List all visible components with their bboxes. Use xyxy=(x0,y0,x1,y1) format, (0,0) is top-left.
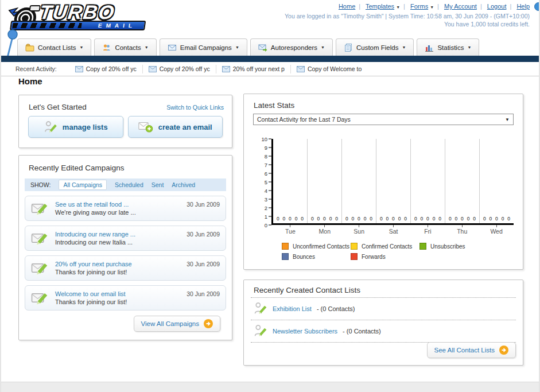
nav-logout-link[interactable]: Logout xyxy=(487,3,507,10)
chart-plot-area: 00000000000000000000000000000000000 xyxy=(271,139,514,225)
recent-activity-item[interactable]: Copy of 20% off yc xyxy=(69,65,143,73)
chart-x-labels: TueMonSunSatFriThuWed xyxy=(273,225,514,235)
legend-item: Forwards xyxy=(351,253,419,260)
person-pencil-icon xyxy=(254,324,267,339)
bar-value-label: 0 xyxy=(317,216,320,222)
legend-label: Unsubscribes xyxy=(430,243,465,250)
x-axis-label: Mon xyxy=(308,225,342,235)
help-bubble-icon[interactable] xyxy=(534,2,540,11)
nav-forms-link[interactable]: Forms▼ xyxy=(410,3,434,10)
y-tick: 0 xyxy=(265,222,271,228)
bar-value-label: 0 xyxy=(467,216,470,222)
contact-list-name-link[interactable]: Newsletter Subscribers xyxy=(273,328,337,335)
campaign-title-link[interactable]: Welcome to our email list xyxy=(55,290,126,297)
nav-home-link[interactable]: Home xyxy=(339,3,355,10)
bar-value-label: 0 xyxy=(364,216,367,222)
legend-swatch xyxy=(282,243,289,250)
login-line1: You are logged in as "Timothy Smith" | S… xyxy=(285,12,530,20)
bar-value-label: 0 xyxy=(426,216,429,222)
legend-label: Bounces xyxy=(293,254,315,260)
legend-label: Forwards xyxy=(362,254,386,260)
chart-day-group: 00000 xyxy=(307,139,341,223)
bar-value-label: 0 xyxy=(404,216,407,222)
contact-list-item[interactable]: Newsletter Subscribers - (0 Contacts) xyxy=(251,320,516,342)
get-started-title: Let's Get Started xyxy=(29,103,87,111)
page-footer xyxy=(1,382,539,392)
campaign-title-link[interactable]: 20% off your next purchase xyxy=(55,261,132,267)
nav-help-link[interactable]: Help xyxy=(516,3,530,10)
nav-templates-link[interactable]: Templates▼ xyxy=(366,3,400,10)
bar-value-label: 0 xyxy=(345,216,348,222)
filter-scheduled[interactable]: Scheduled xyxy=(115,181,143,188)
logo-email-bar: EMAIL xyxy=(10,21,146,30)
bar-value-label: 0 xyxy=(311,216,314,222)
tab-contact-lists[interactable]: Contact Lists▼ xyxy=(17,38,91,56)
legend-label: Confirmed Contacts xyxy=(362,243,412,250)
legend-item: Confirmed Contacts xyxy=(351,243,419,250)
chevron-down-icon: ▼ xyxy=(505,117,510,122)
turbo-email-logo[interactable]: TURBO EMAIL xyxy=(3,3,158,32)
see-all-contact-lists-button[interactable]: See All Contact Lists xyxy=(427,342,516,358)
manage-lists-button[interactable]: manage lists xyxy=(28,116,123,138)
y-tick: 6 xyxy=(265,170,271,177)
legend-item: Bounces xyxy=(282,253,351,260)
filter-archived[interactable]: Archived xyxy=(172,181,195,188)
chart-day-group: 00000 xyxy=(479,139,514,223)
x-axis-label: Sun xyxy=(342,225,376,235)
navy-divider-bar xyxy=(1,56,539,62)
envelope-icon xyxy=(168,43,177,52)
bar-value-label: 0 xyxy=(335,216,338,222)
stats-report-select[interactable]: Contact Activity for the Last 7 Days ▼ xyxy=(253,114,514,125)
filter-sent[interactable]: Sent xyxy=(151,181,164,188)
envelope-arrow-icon xyxy=(258,43,267,52)
chart-groups: 00000000000000000000000000000000000 xyxy=(273,139,514,223)
bar-value-label: 0 xyxy=(351,216,354,222)
create-an-email-button[interactable]: create an email xyxy=(128,116,223,138)
tab-statistics[interactable]: Statistics▼ xyxy=(417,38,479,56)
campaign-date: 30 Jun 2009 xyxy=(187,201,220,208)
x-axis-label: Sat xyxy=(376,225,411,235)
tab-custom-fields[interactable]: Custom Fields▼ xyxy=(336,38,414,56)
chevron-down-icon: ▼ xyxy=(430,5,434,9)
legend-swatch xyxy=(351,253,358,260)
credits-line: You have 1,000 total credits left. xyxy=(285,20,530,28)
campaign-title-link[interactable]: Introducing our new range ... xyxy=(55,231,135,238)
latest-stats-title: Latest Stats xyxy=(254,101,294,110)
bar-value-label: 0 xyxy=(489,216,492,222)
y-tick: 8 xyxy=(265,153,271,160)
folder-icon xyxy=(25,43,34,52)
campaign-item[interactable]: See us at the retail food ... We're givi… xyxy=(25,196,226,221)
tab-contacts[interactable]: Contacts▼ xyxy=(94,38,156,56)
campaign-item[interactable]: Introducing our new range ... Introducin… xyxy=(25,226,226,251)
arrow-right-icon xyxy=(499,346,508,355)
tab-email-campaigns[interactable]: Email Campaigns▼ xyxy=(160,38,247,56)
contact-list-name-link[interactable]: Exhibition List xyxy=(273,305,312,312)
recent-activity-item[interactable]: Copy of Welcome to xyxy=(291,65,367,73)
nav-separator: | xyxy=(510,3,511,10)
chevron-down-icon: ▼ xyxy=(402,45,406,49)
bar-value-label: 0 xyxy=(358,216,360,222)
legend-item: Unsubscribes xyxy=(419,243,511,250)
campaign-item[interactable]: 20% off your next purchase Thanks for jo… xyxy=(25,255,226,281)
campaign-list: See us at the retail food ... We're givi… xyxy=(25,196,226,315)
chart-legend: Unconfirmed ContactsConfirmed ContactsUn… xyxy=(282,243,514,260)
envelope-pencil-icon xyxy=(31,231,49,246)
campaign-subtitle: Thanks for joining our list! xyxy=(55,268,220,276)
contact-list-item[interactable]: Exhibition List - (0 Contacts) xyxy=(251,297,516,320)
chevron-down-icon: ▼ xyxy=(396,5,400,9)
filter-all-campaigns[interactable]: All Campaigns xyxy=(59,180,107,190)
campaign-title-link[interactable]: See us at the retail food ... xyxy=(55,201,129,208)
contact-list-items: Exhibition List - (0 Contacts) Newslette… xyxy=(251,297,516,343)
switch-to-quick-links[interactable]: Switch to Quick Links xyxy=(166,104,224,111)
envelope-plus-icon xyxy=(138,121,153,133)
person-pencil-icon xyxy=(254,301,267,316)
campaign-filter-bar: SHOW: All Campaigns Scheduled Sent Archi… xyxy=(25,178,226,191)
recent-activity-item[interactable]: 20% off your next p xyxy=(216,65,291,73)
get-started-buttons: manage lists create an email xyxy=(28,116,223,138)
nav-my-account-link[interactable]: My Account xyxy=(444,3,477,10)
recent-activity-item[interactable]: Copy of 20% off yc xyxy=(143,65,216,73)
campaign-item[interactable]: Welcome to our email list Thanks for joi… xyxy=(25,285,226,311)
tab-autoresponders[interactable]: Autoresponders▼ xyxy=(250,38,333,56)
person-pencil-icon xyxy=(44,120,57,134)
view-all-campaigns-button[interactable]: View All Campaigns xyxy=(134,316,220,332)
